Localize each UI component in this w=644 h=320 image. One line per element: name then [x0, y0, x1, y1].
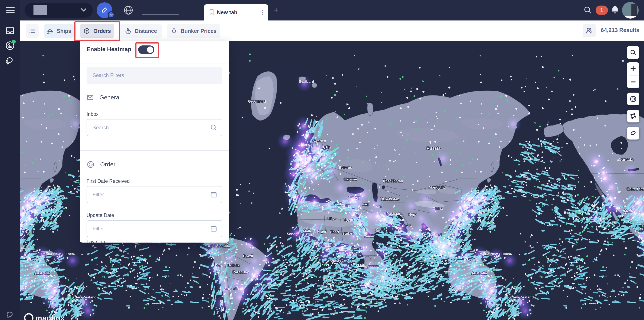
- zoom-out-button[interactable]: [627, 76, 639, 88]
- globe-icon: [630, 95, 637, 103]
- header-input-underline[interactable]: [142, 15, 179, 15]
- sidebar-item-chat[interactable]: [5, 56, 15, 66]
- map-projection-control: [627, 93, 639, 105]
- inbox-search-field: [86, 119, 222, 136]
- inbox-search-input[interactable]: [86, 119, 222, 136]
- app-sidebar: [0, 0, 20, 320]
- tab-ships[interactable]: Ships: [44, 24, 74, 38]
- section-general-title: General: [99, 94, 121, 101]
- search-icon: [630, 49, 636, 56]
- mapbox-logo-icon: [24, 313, 34, 320]
- map-attribution: mapbox: [24, 313, 64, 320]
- lasso-button[interactable]: [627, 127, 639, 140]
- tab-bunker-prices-label: Bunker Prices: [180, 28, 216, 34]
- results-count: 64,213 Results: [601, 27, 639, 34]
- status-dot: [12, 40, 16, 44]
- orders-filter-panel: Enable Heatmap General Inbox Order First…: [80, 41, 229, 242]
- map-search-button[interactable]: [627, 46, 639, 59]
- map-toolbar: Ships Orders Distance Bunker Prices 64,2…: [20, 21, 644, 41]
- tab-title: New tab: [217, 10, 237, 16]
- sidebar-item-support-chat[interactable]: [5, 310, 15, 320]
- enable-heatmap-label: Enable Heatmap: [86, 46, 131, 53]
- divider: [80, 64, 229, 64]
- pencil-icon: [101, 7, 108, 14]
- update-date-input[interactable]: [86, 220, 222, 237]
- section-order: Order: [86, 160, 116, 169]
- people-icon: [585, 27, 593, 35]
- orders-button-label: Orders: [94, 28, 111, 34]
- layer-list-button[interactable]: [26, 24, 38, 38]
- workspace-logo: [34, 5, 47, 15]
- results-people-button[interactable]: [582, 24, 596, 37]
- first-date-received-input[interactable]: [86, 186, 222, 203]
- layer-list-icon: [28, 27, 36, 35]
- notification-count-badge[interactable]: 1: [596, 6, 608, 15]
- first-date-received-field: [86, 186, 222, 203]
- package-icon: [83, 27, 90, 35]
- inbox-field-label: Inbox: [86, 111, 98, 117]
- tab-distance-label: Distance: [135, 28, 157, 34]
- bell-icon[interactable]: [610, 5, 620, 15]
- tab-menu-button[interactable]: [262, 10, 263, 15]
- new-tab-button[interactable]: +: [272, 7, 280, 14]
- polygon-select-icon: [630, 112, 637, 120]
- app-header: New tab + 1: [20, 0, 644, 21]
- section-order-title: Order: [100, 161, 116, 168]
- minus-icon: [630, 79, 636, 85]
- chat-icon: [5, 56, 15, 66]
- lasso-icon: [630, 130, 637, 137]
- polygon-select-button[interactable]: [627, 110, 639, 122]
- header-search-button[interactable]: [583, 6, 592, 15]
- heatmap-toggle[interactable]: [138, 46, 154, 54]
- orders-button[interactable]: Orders: [80, 24, 114, 38]
- bookmark-icon: [209, 9, 214, 16]
- ship-icon: [46, 27, 54, 35]
- search-icon: [583, 6, 592, 15]
- tab-bunker-prices[interactable]: Bunker Prices: [167, 24, 220, 38]
- update-date-label: Update Date: [86, 212, 114, 218]
- map-search-control: [627, 46, 639, 59]
- map-polygon-control: [627, 110, 639, 122]
- sidebar-menu-button[interactable]: [6, 7, 15, 14]
- zoom-in-button[interactable]: [627, 62, 639, 75]
- chevron-down-icon: [110, 14, 112, 16]
- mapbox-wordmark: mapbox: [36, 314, 64, 320]
- map-zoom-control: [627, 62, 639, 88]
- globe-projection-button[interactable]: [627, 93, 639, 105]
- compose-dropdown-badge[interactable]: [108, 11, 114, 18]
- first-date-received-label: First Date Received: [86, 178, 130, 184]
- fingerprint-icon: [86, 160, 95, 169]
- inbox-icon: [5, 26, 15, 36]
- toggle-knob: [147, 47, 153, 53]
- user-avatar[interactable]: [622, 2, 639, 19]
- tab-ships-label: Ships: [57, 28, 71, 34]
- tab-distance[interactable]: Distance: [120, 24, 162, 38]
- plus-icon: [630, 66, 636, 72]
- sidebar-item-inbox[interactable]: [5, 26, 15, 36]
- divider: [80, 150, 229, 151]
- map-lasso-control: [627, 127, 639, 140]
- browser-tab[interactable]: New tab: [204, 4, 268, 21]
- language-globe-button[interactable]: [123, 5, 134, 16]
- lay-can-label: Lay-Can: [86, 239, 105, 242]
- update-date-field: [86, 220, 222, 237]
- envelope-icon: [86, 94, 94, 101]
- workspace-selector[interactable]: [24, 3, 93, 18]
- section-general: General: [86, 94, 121, 101]
- droplet-icon: [170, 27, 178, 35]
- app-window: mapbox: [0, 0, 644, 320]
- search-filters-input[interactable]: [86, 67, 222, 84]
- anchor-icon: [124, 27, 132, 35]
- chevron-down-icon: [81, 8, 86, 12]
- chat-muted-icon: [5, 310, 15, 320]
- globe-icon: [123, 5, 134, 16]
